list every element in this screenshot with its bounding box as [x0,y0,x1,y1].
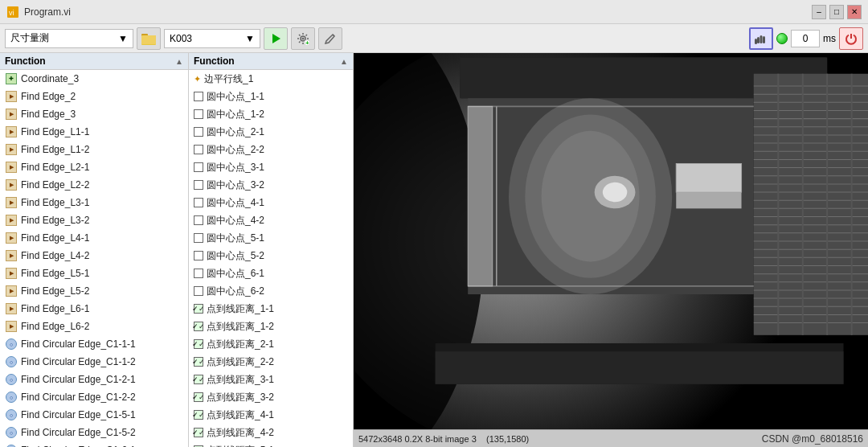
svg-rect-69 [676,163,741,192]
checkbox[interactable] [194,233,203,243]
list-item[interactable]: ▶Find Edge_L4-2 [0,247,188,265]
middle-list-item[interactable]: 圆中心点_5-1 [189,229,353,247]
list-item[interactable]: ▶Find Edge_L1-1 [0,123,188,141]
ms-value-input[interactable] [791,30,820,47]
list-item[interactable]: ▶Find Edge_L5-2 [0,282,188,300]
edge-icon: ▶ [5,214,18,227]
middle-list-item[interactable]: ✓点到线距离_2-2 [189,353,353,371]
list-item[interactable]: ○Find Circular Edge_C1-2-2 [0,388,188,406]
list-item[interactable]: ▶Find Edge_L6-2 [0,318,188,335]
list-item-label: Find Edge_2 [21,91,76,102]
left-panel-list[interactable]: ✚Coordinate_3▶Find Edge_2▶Find Edge_3▶Fi… [0,70,188,447]
list-item[interactable]: ▶Find Edge_3 [0,105,188,123]
minimize-button[interactable]: – [812,5,826,19]
hand-button[interactable] [749,27,773,50]
list-item[interactable]: ▶Find Edge_L5-1 [0,265,188,282]
list-item[interactable]: ○Find Circular Edge_C1-6-1 [0,441,188,447]
middle-list-item[interactable]: ✓点到线距离_1-2 [189,318,353,335]
middle-list-item-label: 圆中心点_5-2 [207,249,264,263]
list-item[interactable]: ○Find Circular Edge_C1-1-1 [0,335,188,353]
right-dropdown[interactable]: K003 ▼ [164,29,260,48]
middle-list-item[interactable]: ✓点到线距离_4-2 [189,424,353,441]
power-icon [845,32,858,45]
middle-scroll-up[interactable]: ▲ [340,57,348,66]
list-item-label: Find Circular Edge_C1-1-1 [21,338,136,350]
list-item[interactable]: ▶Find Edge_L1-2 [0,141,188,158]
list-item[interactable]: ○Find Circular Edge_C1-1-2 [0,353,188,371]
power-button[interactable] [839,27,863,50]
checkbox[interactable] [194,109,203,119]
middle-list-item-label: 圆中心点_3-2 [207,178,264,192]
middle-list-item[interactable]: ✓点到线距离_5-1 [189,441,353,447]
list-item[interactable]: ✚Coordinate_3 [0,70,188,88]
folder-button[interactable] [137,27,161,50]
checkbox[interactable]: ✓ [194,322,203,331]
checkbox[interactable] [194,269,203,278]
middle-list-item[interactable]: 圆中心点_6-1 [189,265,353,282]
left-dropdown[interactable]: 尺寸量测 ▼ [5,29,133,48]
checkbox[interactable]: ✓ [194,428,203,437]
checkbox[interactable] [194,286,203,296]
settings-button[interactable]: + [291,27,315,50]
checkbox[interactable] [194,92,203,101]
checkbox[interactable]: ✓ [194,339,203,349]
close-button[interactable]: ✕ [847,5,862,19]
list-item-label: Find Edge_L6-2 [21,321,89,332]
middle-list-item[interactable]: 圆中心点_1-1 [189,88,353,105]
middle-list-item[interactable]: 圆中心点_3-1 [189,158,353,176]
checkbox[interactable] [194,145,203,154]
middle-list-item[interactable]: 圆中心点_5-2 [189,247,353,265]
edge-icon: ▶ [5,161,18,174]
edit-button[interactable] [318,27,342,50]
middle-list-item-label: 圆中心点_1-1 [207,90,264,104]
list-item-label: Find Edge_L4-1 [21,232,89,244]
checkbox[interactable] [194,162,203,172]
middle-list-item-label: 点到线距离_5-1 [207,444,274,448]
middle-list-item[interactable]: 圆中心点_3-2 [189,176,353,194]
edge-icon: ▶ [5,285,18,297]
checkbox[interactable]: ✓ [194,375,203,384]
checkbox[interactable]: ✓ [194,392,203,402]
middle-list-item[interactable]: ✓点到线距离_3-2 [189,388,353,406]
list-item[interactable]: ▶Find Edge_2 [0,88,188,105]
middle-list-item[interactable]: 圆中心点_2-1 [189,123,353,141]
list-item[interactable]: ○Find Circular Edge_C1-5-2 [0,424,188,441]
list-item[interactable]: ▶Find Edge_L3-1 [0,194,188,211]
checkbox[interactable]: ✓ [194,304,203,314]
middle-panel-list[interactable]: ✦边平行线_1圆中心点_1-1圆中心点_1-2圆中心点_2-1圆中心点_2-2圆… [189,70,353,447]
middle-list-item[interactable]: 圆中心点_4-2 [189,211,353,229]
svg-point-26 [603,182,627,202]
list-item[interactable]: ▶Find Edge_L6-1 [0,300,188,318]
list-item-label: Find Circular Edge_C1-2-2 [21,392,136,403]
checkbox[interactable] [194,251,203,260]
middle-list-item[interactable]: ✓点到线距离_3-1 [189,371,353,388]
checkbox[interactable] [194,215,203,225]
middle-list-item[interactable]: 圆中心点_2-2 [189,141,353,158]
list-item[interactable]: ▶Find Edge_L2-2 [0,176,188,194]
checkbox[interactable] [194,127,203,137]
checkbox[interactable] [194,180,203,190]
middle-list-item[interactable]: 圆中心点_4-1 [189,194,353,211]
middle-list-item[interactable]: ✓点到线距离_1-1 [189,300,353,318]
middle-list-item[interactable]: ✓点到线距离_4-1 [189,406,353,424]
maximize-button[interactable]: □ [829,5,844,19]
list-item-label: Find Edge_L3-2 [21,215,89,226]
list-item[interactable]: ▶Find Edge_L3-2 [0,211,188,229]
svg-point-7 [302,37,305,39]
middle-list-item-label: 圆中心点_1-2 [207,108,264,121]
middle-list-item[interactable]: ✓点到线距离_2-1 [189,335,353,353]
run-button[interactable] [264,27,288,50]
middle-list-item[interactable]: 圆中心点_1-2 [189,105,353,123]
middle-list-item[interactable]: ✦边平行线_1 [189,70,353,88]
list-item[interactable]: ○Find Circular Edge_C1-5-1 [0,406,188,424]
list-item[interactable]: ▶Find Edge_L4-1 [0,229,188,247]
checkbox[interactable] [194,198,203,207]
checkbox[interactable]: ✓ [194,357,203,367]
left-scroll-up[interactable]: ▲ [175,57,183,66]
middle-list-item-label: 圆中心点_5-1 [207,232,264,245]
list-item[interactable]: ▶Find Edge_L2-1 [0,158,188,176]
status-bar: 5472x3648 0.2X 8-bit image 3 (135,1580) … [354,429,868,447]
middle-list-item[interactable]: 圆中心点_6-2 [189,282,353,300]
checkbox[interactable]: ✓ [194,410,203,420]
list-item[interactable]: ○Find Circular Edge_C1-2-1 [0,371,188,388]
